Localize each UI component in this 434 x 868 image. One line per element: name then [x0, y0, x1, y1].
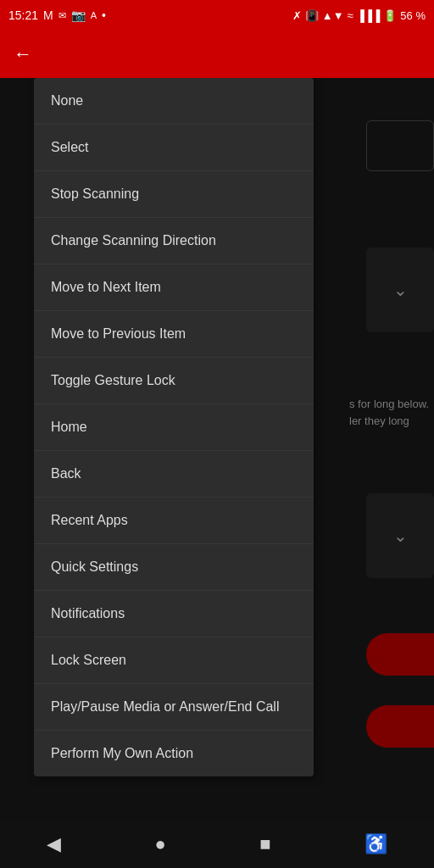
status-left: 15:21 M ✉ 📷 A • [8, 8, 106, 22]
menu-item-2[interactable]: Stop Scanning [34, 171, 314, 218]
menu-item-14[interactable]: Perform My Own Action [34, 731, 314, 776]
time: 15:21 [8, 8, 38, 22]
alert-icon: A [91, 10, 97, 20]
menu-item-10[interactable]: Quick Settings [34, 544, 314, 591]
menu-item-3[interactable]: Change Scanning Direction [34, 218, 314, 264]
battery-icon: 🔋 [383, 9, 397, 22]
bluetooth-icon: ✗ [292, 9, 302, 22]
menu-item-12[interactable]: Lock Screen [34, 637, 314, 684]
gmail-icon: M [43, 8, 53, 22]
menu-item-11[interactable]: Notifications [34, 591, 314, 637]
back-button[interactable]: ← [14, 43, 32, 65]
status-bar: 15:21 M ✉ 📷 A • ✗ 📳 ▲▼ ≈ ▐▐▐ 🔋 56 % [0, 0, 434, 31]
signal-icon: ▐▐▐ [357, 9, 381, 22]
battery-percent: 56 % [400, 9, 426, 22]
nav-recents-button[interactable]: ■ [253, 826, 277, 862]
app-bar: ← [0, 31, 434, 78]
nav-home-button[interactable]: ● [148, 826, 173, 862]
menu-item-5[interactable]: Move to Previous Item [34, 311, 314, 358]
menu-item-6[interactable]: Toggle Gesture Lock [34, 358, 314, 404]
menu-item-1[interactable]: Select [34, 125, 314, 171]
status-right: ✗ 📳 ▲▼ ≈ ▐▐▐ 🔋 56 % [292, 9, 426, 22]
menu-item-0[interactable]: None [34, 78, 314, 125]
menu-item-9[interactable]: Recent Apps [34, 498, 314, 544]
nav-back-button[interactable]: ◀ [40, 826, 68, 862]
nav-accessibility-button[interactable]: ♿ [358, 826, 394, 862]
menu-item-4[interactable]: Move to Next Item [34, 264, 314, 311]
vibrate-icon: 📳 [305, 9, 319, 22]
data-icon: ▲▼ [322, 9, 344, 22]
menu-item-8[interactable]: Back [34, 451, 314, 498]
menu-item-13[interactable]: Play/Pause Media or Answer/End Call [34, 684, 314, 731]
dropdown-menu: NoneSelectStop ScanningChange Scanning D… [34, 78, 314, 776]
dot-icon: • [102, 8, 106, 22]
message-icon: ✉ [58, 10, 66, 21]
nav-bar: ◀ ● ■ ♿ [0, 821, 434, 868]
instagram-icon: 📷 [71, 8, 86, 22]
wifi-icon: ≈ [348, 9, 353, 22]
menu-item-7[interactable]: Home [34, 404, 314, 451]
